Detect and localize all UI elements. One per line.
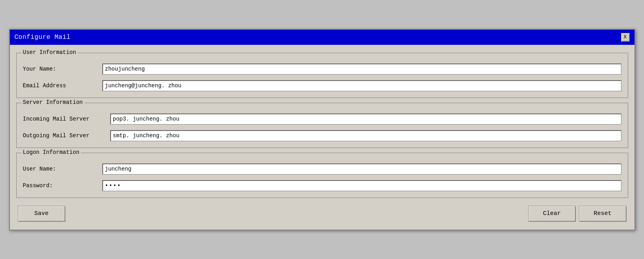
logon-username-input[interactable]	[102, 163, 621, 175]
incoming-mail-server-label: Incoming Mail Server	[23, 116, 110, 122]
password-input[interactable]	[102, 180, 621, 191]
outgoing-mail-server-row: Outgoing Mail Server	[23, 130, 621, 141]
user-info-section: User Information Your Name: Email Addres…	[16, 53, 628, 98]
outgoing-mail-server-input[interactable]	[110, 130, 621, 141]
user-info-legend: User Information	[21, 49, 78, 56]
your-name-label: Your Name:	[23, 66, 102, 72]
your-name-row: Your Name:	[23, 63, 621, 75]
button-right-group: Clear Reset	[528, 206, 627, 222]
button-row: Save Clear Reset	[16, 203, 628, 223]
incoming-mail-server-input[interactable]	[110, 113, 621, 125]
server-info-section: Server Information Incoming Mail Server …	[16, 103, 628, 148]
configure-mail-dialog: Configure Mail X User Information Your N…	[9, 29, 635, 230]
email-address-label: Email Address	[23, 82, 102, 89]
outgoing-mail-server-label: Outgoing Mail Server	[23, 132, 110, 139]
reset-button[interactable]: Reset	[579, 206, 627, 222]
save-button[interactable]: Save	[18, 206, 65, 222]
logon-info-legend: Logon Information	[21, 149, 81, 155]
dialog-title: Configure Mail	[15, 34, 71, 41]
logon-username-row: User Name:	[23, 163, 621, 175]
clear-button[interactable]: Clear	[528, 206, 576, 222]
password-label: Password:	[23, 182, 102, 189]
title-bar: Configure Mail X	[10, 30, 634, 45]
dialog-body: User Information Your Name: Email Addres…	[10, 45, 634, 230]
server-info-legend: Server Information	[21, 99, 84, 106]
incoming-mail-server-row: Incoming Mail Server	[23, 113, 621, 125]
email-address-input[interactable]	[102, 80, 621, 91]
password-row: Password:	[23, 180, 621, 191]
logon-info-section: Logon Information User Name: Password:	[16, 153, 628, 198]
close-button[interactable]: X	[621, 33, 630, 42]
button-left-group: Save	[18, 206, 65, 222]
logon-username-label: User Name:	[23, 166, 102, 172]
your-name-input[interactable]	[102, 63, 621, 75]
email-address-row: Email Address	[23, 80, 621, 91]
